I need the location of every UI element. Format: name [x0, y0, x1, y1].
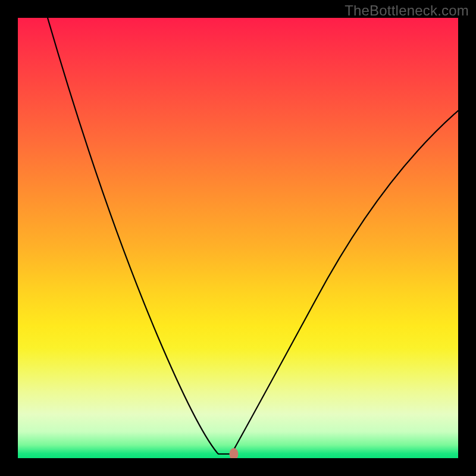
- optimal-point-marker: [230, 448, 239, 458]
- chart-frame: TheBottleneck.com: [0, 0, 476, 476]
- plot-area: [18, 18, 458, 458]
- curve-path: [48, 18, 458, 454]
- watermark-text: TheBottleneck.com: [345, 2, 469, 19]
- bottleneck-curve: [18, 18, 458, 458]
